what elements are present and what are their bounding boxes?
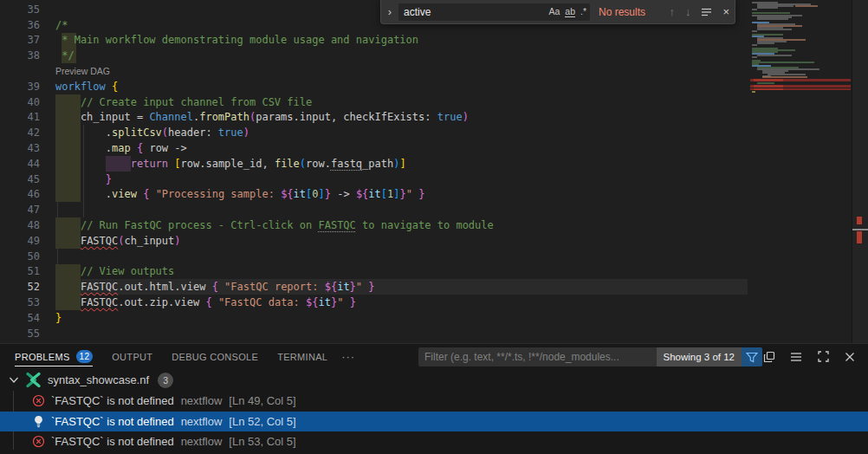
collapse-all-icon[interactable] (788, 349, 804, 365)
minimap-line (757, 18, 788, 20)
problem-source: nextflow (181, 435, 223, 448)
error-icon (31, 394, 45, 408)
minimap-line (752, 56, 757, 58)
find-next-icon[interactable]: ↓ (685, 5, 691, 18)
panel-tab-label: DEBUG CONSOLE (172, 352, 258, 362)
line-number: 40 (0, 96, 55, 108)
minimap-line (752, 9, 757, 10)
chevron-down-icon[interactable] (7, 376, 21, 384)
code-line-53[interactable]: 53 FASTQC.out.zip.view { "FastQC data: $… (0, 295, 868, 310)
line-number: 51 (0, 265, 55, 277)
code-line-48[interactable]: 48 // Run FastQC process - Ctrl-click on… (0, 217, 868, 233)
code-line-38[interactable]: 38 */ (0, 48, 868, 63)
line-number: 49 (0, 235, 55, 247)
line-number: 37 (0, 34, 55, 46)
line-number: 46 (0, 188, 55, 200)
line-number: 55 (0, 328, 55, 340)
codelens-preview-dag[interactable]: Preview DAG (55, 66, 110, 76)
panel-tab-label: OUTPUT (112, 352, 152, 362)
problem-location: [Ln 52, Col 5] (229, 415, 295, 428)
code-line-44[interactable]: 44 return [row.sample_id, file(row.fastq… (0, 156, 868, 172)
panel-tab-label: TERMINAL (277, 352, 327, 362)
minimap-error-bar (750, 85, 851, 88)
overview-ruler-scrollbar[interactable] (852, 0, 868, 343)
code-text: .map { row -> (55, 142, 187, 154)
minimap-error-bar (750, 88, 851, 91)
match-case-icon[interactable]: Aa (548, 7, 560, 16)
minimap[interactable] (750, 0, 851, 343)
code-line-43[interactable]: 43 .map { row -> (0, 140, 868, 156)
line-number: 42 (0, 126, 55, 139)
problem-row[interactable]: `FASTQC` is not definednextflow[Ln 49, C… (0, 391, 868, 412)
find-in-selection-icon[interactable] (701, 7, 712, 17)
filter-summary-badge: Showing 3 of 12 (657, 347, 742, 366)
problem-message: `FASTQC` is not defined (51, 415, 174, 428)
code-line-39[interactable]: 39workflow { (0, 79, 868, 94)
file-name: syntax_showcase.nf (48, 373, 149, 386)
line-number: 38 (0, 49, 55, 62)
minimap-line (762, 76, 807, 78)
indent-guide (83, 202, 84, 217)
minimap-line (752, 44, 757, 46)
maximize-panel-icon[interactable] (815, 349, 831, 365)
code-text: FASTQC.out.html.view { "FastQC report: $… (55, 281, 375, 293)
panel-header: PROBLEMS12OUTPUTDEBUG CONSOLETERMINAL ··… (0, 344, 868, 369)
find-close-icon[interactable]: × (722, 5, 729, 18)
whole-word-icon[interactable]: ab (565, 7, 575, 16)
code-line-37[interactable]: 37 * Main workflow demonstrating module … (0, 33, 868, 49)
view-as-table-icon[interactable] (761, 349, 777, 365)
code-line-50[interactable]: 50 (0, 249, 868, 264)
code-line-52[interactable]: 52 FASTQC.out.html.view { "FastQC report… (0, 279, 868, 295)
minimap-error-bar (750, 79, 851, 81)
find-results-status: No results (599, 6, 645, 18)
panel-tab-problems[interactable]: PROBLEMS12 (15, 344, 93, 369)
problem-row[interactable]: `FASTQC` is not definednextflow[Ln 53, C… (0, 431, 868, 452)
code-text: ch_input = Channel.fromPath(params.input… (55, 111, 469, 123)
line-number: 52 (0, 281, 55, 293)
panel-more-tabs-icon[interactable]: ··· (341, 350, 355, 363)
problem-message: `FASTQC` is not defined (51, 394, 174, 407)
close-panel-icon[interactable] (842, 349, 858, 365)
code-line-47[interactable]: 47 (0, 202, 868, 217)
code-editor[interactable]: 3536/*37 * Main workflow demonstrating m… (0, 0, 868, 343)
code-lines: 3536/*37 * Main workflow demonstrating m… (0, 2, 868, 341)
problems-tree: syntax_showcase.nf 3 `FASTQC` is not def… (0, 369, 868, 452)
regex-icon[interactable]: .* (580, 7, 586, 16)
find-previous-icon[interactable]: ↑ (669, 5, 675, 18)
panel-tabs: PROBLEMS12OUTPUTDEBUG CONSOLETERMINAL (15, 344, 347, 369)
problem-message: `FASTQC` is not defined (51, 435, 174, 448)
problems-filter-input[interactable]: Filter (e.g. text, **/*.ts, !**/node_mod… (418, 347, 762, 366)
code-line-46[interactable]: 46 .view { "Processing sample: ${it[0]} … (0, 187, 868, 203)
line-number: 47 (0, 204, 55, 216)
panel-tab-debug-console[interactable]: DEBUG CONSOLE (172, 344, 258, 369)
code-line-54[interactable]: 54} (0, 310, 868, 326)
code-text: // Create input channel from CSV file (55, 96, 312, 108)
line-number: 35 (0, 3, 55, 16)
find-toggle-replace-icon[interactable]: › (383, 5, 397, 18)
problems-file-row[interactable]: syntax_showcase.nf 3 (0, 369, 868, 391)
line-number: 44 (0, 158, 55, 170)
code-line-51[interactable]: 51 // View outputs (0, 264, 868, 280)
code-line-40[interactable]: 40 // Create input channel from CSV file (0, 94, 868, 110)
filter-funnel-icon[interactable] (742, 347, 762, 366)
minimap-line (752, 12, 790, 14)
nextflow-file-icon (24, 372, 42, 388)
panel-tab-output[interactable]: OUTPUT (112, 344, 152, 369)
problem-location: [Ln 53, Col 5] (229, 435, 295, 448)
minimap-line (757, 7, 778, 9)
code-line-45[interactable]: 45 } (0, 172, 868, 187)
bottom-panel: PROBLEMS12OUTPUTDEBUG CONSOLETERMINAL ··… (0, 343, 868, 454)
code-line-42[interactable]: 42 .splitCsv(header: true) (0, 125, 868, 140)
code-line-41[interactable]: 41 ch_input = Channel.fromPath(params.in… (0, 110, 868, 126)
panel-tab-terminal[interactable]: TERMINAL (277, 344, 327, 369)
code-text: workflow { (55, 81, 118, 93)
code-text: */ (55, 49, 74, 62)
problem-row[interactable]: `FASTQC` is not definednextflow[Ln 52, C… (0, 412, 868, 432)
minimap-line (752, 62, 814, 63)
filter-placeholder: Filter (e.g. text, **/*.ts, !**/node_mod… (424, 351, 657, 363)
line-number: 41 (0, 111, 55, 123)
code-line-55[interactable]: 55 (0, 326, 868, 341)
find-input[interactable]: active Aa ab .* (398, 3, 590, 21)
code-line-49[interactable]: 49 FASTQC(ch_input) (0, 233, 868, 249)
code-text: * Main workflow demonstrating module usa… (55, 34, 418, 46)
